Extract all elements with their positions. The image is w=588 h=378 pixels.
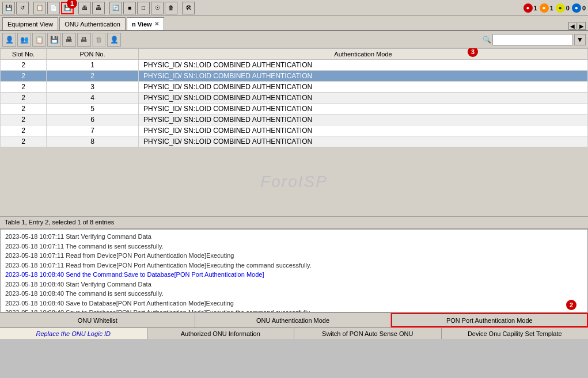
badge-orange-circle: ● (540, 3, 549, 13)
cell-pon: 8 (47, 136, 139, 147)
sec-btn-5[interactable]: 🖶 (62, 33, 76, 47)
badge-red: ● 1 (523, 3, 537, 13)
search-input[interactable] (492, 34, 573, 45)
log-line: 2023-05-18 10:08:40 Send the Command:Sav… (5, 270, 583, 280)
log-line: 2023-05-18 10:07:11 Read from Device[PON… (5, 251, 583, 261)
log-line: 2023-05-18 10:07:11 Read from Device[PON… (5, 261, 583, 270)
table-row[interactable]: 23PHYSIC_ID/ SN:LOID COMBINED AUTHENTICA… (1, 82, 588, 93)
cell-mode: PHYSIC_ID/ SN:LOID COMBINED AUTHENTICATI… (139, 93, 588, 104)
toolbar-btn-12[interactable]: 🛠 (182, 2, 195, 14)
bottom-tab-onu-whitelist[interactable]: ONU Whitelist (0, 313, 195, 327)
bottom-tab-onu-auth-mode[interactable]: ONU Authentication Mode (195, 313, 390, 327)
col-pon: PON No. (47, 49, 139, 60)
toolbar-btn-5[interactable]: 🖶 (78, 2, 91, 14)
toolbar-btn-10[interactable]: ☉ (151, 2, 164, 14)
footer-tab-replace-onu[interactable]: Replace the ONU Logic ID (0, 328, 147, 339)
log-wrapper: 2023-05-18 10:07:11 Start Verifying Comm… (0, 229, 588, 312)
watermark-text: ForoISP (260, 173, 328, 191)
table-row[interactable]: 21PHYSIC_ID/ SN:LOID COMBINED AUTHENTICA… (1, 60, 588, 71)
sec-btn-8[interactable]: 👤 (107, 33, 121, 47)
badge-yellow: ● 0 (556, 3, 570, 13)
col-auth: Authentication Mode 3 (139, 49, 588, 60)
cell-slot: 2 (1, 114, 47, 125)
nav-next-arrow[interactable]: ▶ (578, 22, 586, 30)
cell-mode: PHYSIC_ID/ SN:LOID COMBINED AUTHENTICATI… (139, 114, 588, 125)
log-line: 2023-05-18 10:08:40 Save to Database[PON… (5, 299, 583, 308)
table-row[interactable]: 27PHYSIC_ID/ SN:LOID COMBINED AUTHENTICA… (1, 125, 588, 136)
toolbar-btn-9[interactable]: □ (137, 2, 150, 14)
table-row[interactable]: 28PHYSIC_ID/ SN:LOID COMBINED AUTHENTICA… (1, 136, 588, 147)
toolbar-btn-4[interactable]: 📄 (47, 2, 60, 14)
nav-prev-arrow[interactable]: ◀ (568, 22, 576, 30)
log-area[interactable]: 2023-05-18 10:07:11 Start Verifying Comm… (0, 229, 588, 312)
log-line: 2023-05-18 10:07:11 The command is sent … (5, 242, 583, 251)
badge-orange: ● 1 (540, 3, 553, 13)
search-icon: 🔍 (483, 36, 491, 44)
cell-pon: 4 (47, 93, 139, 104)
cell-mode: PHYSIC_ID/ SN:LOID COMBINED AUTHENTICATI… (139, 60, 588, 71)
badge-orange-value: 1 (550, 5, 553, 12)
footer-tab-device-onu[interactable]: Device Onu Capility Set Template (442, 328, 589, 339)
sec-btn-2[interactable]: 👥 (17, 33, 31, 47)
footer-tab-authorized-onu[interactable]: Authorized ONU Information (147, 328, 295, 339)
footer-tab-switch-pon[interactable]: Switch of PON Auto Sense ONU (294, 328, 442, 339)
sec-btn-7[interactable]: 🗑 (92, 33, 106, 47)
cell-slot: 2 (1, 71, 47, 82)
footer-tabs: Replace the ONU Logic ID Authorized ONU … (0, 327, 588, 339)
bottom-tab-pon-port-auth[interactable]: PON Port Authentication Mode (391, 313, 588, 327)
cell-mode: PHYSIC_ID/ SN:LOID COMBINED AUTHENTICATI… (139, 82, 588, 93)
sec-btn-4[interactable]: 💾 (47, 33, 61, 47)
cell-slot: 2 (1, 136, 47, 147)
cell-slot: 2 (1, 93, 47, 104)
secondary-toolbar: 👤 👥 📋 💾 🖶 🖷 🗑 👤 🔍 ▼ (0, 31, 588, 48)
cell-mode: PHYSIC_ID/ SN:LOID COMBINED AUTHENTICATI… (139, 125, 588, 136)
toolbar-btn-7[interactable]: 🔄 (109, 2, 122, 14)
toolbar-btn-6[interactable]: 🖷 (92, 2, 105, 14)
tab-onu-authentication[interactable]: ONU Authentication (59, 17, 126, 30)
annotation-3: 3 (468, 48, 478, 57)
badge-yellow-value: 0 (566, 5, 570, 12)
badge-blue-circle: ● (572, 3, 581, 13)
cell-slot: 2 (1, 60, 47, 71)
toolbar-btn-2[interactable]: ↺ (16, 2, 29, 14)
log-line: 2023-05-18 10:08:40 Start Verifying Comm… (5, 280, 583, 289)
annotation-1: 1 (67, 0, 77, 9)
search-dropdown-btn[interactable]: ▼ (574, 34, 586, 45)
table-row[interactable]: 26PHYSIC_ID/ SN:LOID COMBINED AUTHENTICA… (1, 114, 588, 125)
sec-btn-3[interactable]: 📋 (32, 33, 46, 47)
table-row[interactable]: 24PHYSIC_ID/ SN:LOID COMBINED AUTHENTICA… (1, 93, 588, 104)
table-row[interactable]: 22PHYSIC_ID/ SN:LOID COMBINED AUTHENTICA… (1, 71, 588, 82)
cell-slot: 2 (1, 104, 47, 114)
toolbar-btn-8[interactable]: ■ (123, 2, 136, 14)
cell-pon: 2 (47, 71, 139, 82)
badge-yellow-circle: ● (556, 3, 565, 13)
cell-pon: 5 (47, 104, 139, 114)
table-container: Slot No. PON No. Authentication Mode 3 2… (0, 48, 588, 147)
status-text: Table 1, Entry 2, selected 1 of 8 entrie… (5, 219, 114, 226)
tab-bar: Equipment View ONU Authentication n View… (0, 16, 588, 31)
col-slot: Slot No. (1, 49, 47, 60)
cell-mode: PHYSIC_ID/ SN:LOID COMBINED AUTHENTICATI… (139, 136, 588, 147)
toolbar-btn-11[interactable]: 🗑 (165, 2, 177, 14)
search-area: 🔍 ▼ (483, 34, 586, 45)
log-line: 2023-05-18 10:07:11 Start Verifying Comm… (5, 232, 583, 242)
tab-n-view[interactable]: n View ✕ (127, 17, 164, 30)
toolbar-btn-3[interactable]: 📋 (33, 2, 46, 14)
cell-mode: PHYSIC_ID/ SN:LOID COMBINED AUTHENTICATI… (139, 104, 588, 114)
cell-pon: 7 (47, 125, 139, 136)
sec-btn-6[interactable]: 🖷 (77, 33, 91, 47)
auth-table: Slot No. PON No. Authentication Mode 3 2… (0, 48, 588, 147)
cell-slot: 2 (1, 125, 47, 136)
badge-blue-value: 0 (582, 5, 586, 12)
toolbar-btn-1[interactable]: 💾 (2, 2, 15, 14)
sec-btn-1[interactable]: 👤 (2, 33, 16, 47)
log-line: 2023-05-18 10:08:40 The command is sent … (5, 289, 583, 299)
badge-area: ● 1 ● 1 ● 0 ● 0 (523, 3, 586, 13)
tab-close-icon[interactable]: ✕ (154, 21, 159, 27)
tab-equipment-view[interactable]: Equipment View (2, 17, 58, 30)
badge-blue: ● 0 (572, 3, 586, 13)
cell-pon: 6 (47, 114, 139, 125)
cell-pon: 1 (47, 60, 139, 71)
table-row[interactable]: 25PHYSIC_ID/ SN:LOID COMBINED AUTHENTICA… (1, 104, 588, 114)
cell-slot: 2 (1, 82, 47, 93)
